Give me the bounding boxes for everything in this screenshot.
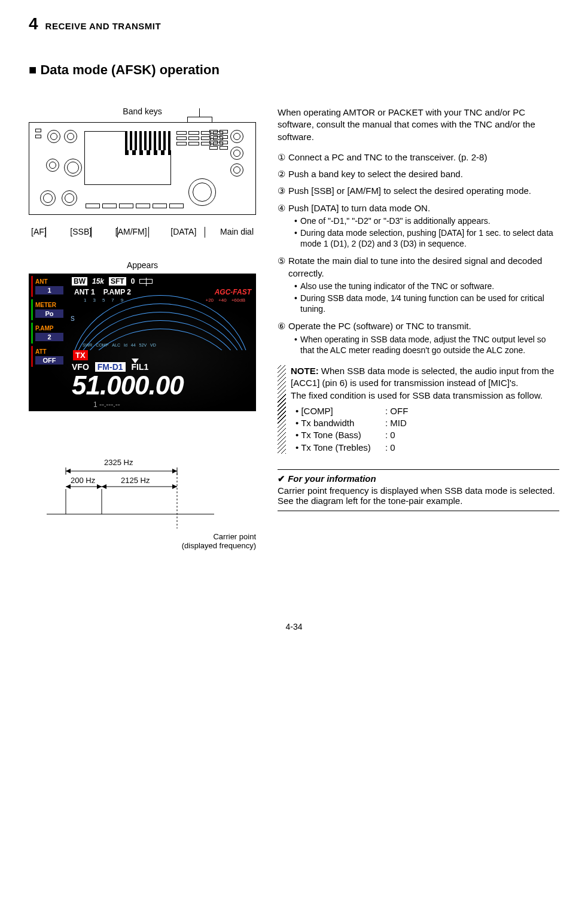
step-4-sub-1: One of "-D1," "-D2" or "-D3" is addition… — [294, 215, 559, 226]
frequency-readout: 51.000.00 — [72, 371, 184, 400]
label-af: [AF] — [31, 227, 47, 236]
svg-marker-8 — [172, 469, 177, 473]
tone-pair-diagram: 2325 Hz 200 Hz 2125 Hz Carrier point (di… — [47, 459, 256, 550]
step-5-sub-1: Also use the tuning indicator of the TNC… — [294, 281, 559, 291]
step-5: ⑤ Rotate the main dial to tune into the … — [278, 255, 559, 315]
lcd-display: ANT 1 METER Po P.AMP 2 ATT OFF BW 15 — [29, 274, 256, 411]
section-title: ■ Data mode (AFSK) operation — [29, 62, 559, 78]
meter-misc: SWR COMP ALC Id 44 52V VD — [83, 343, 156, 347]
note-settings: [COMP]: OFF Tx bandwidth: MID Tx Tone (B… — [291, 405, 559, 454]
meter-arcs — [71, 295, 250, 350]
svg-marker-10 — [66, 484, 71, 489]
info-block: For your information Carrier point frequ… — [278, 469, 559, 511]
note-label: NOTE: — [291, 366, 319, 376]
label-ssb: [SSB] — [70, 227, 92, 236]
s-label: S — [71, 315, 75, 322]
transceiver-diagram — [29, 122, 256, 215]
chip-att: ATT OFF — [31, 346, 66, 367]
tx-badge: TX — [73, 350, 88, 360]
tone-total: 2325 Hz — [104, 458, 133, 467]
chapter-number: 4 — [29, 14, 38, 34]
info-title: For your information — [278, 473, 559, 484]
step-1: ① Connect a PC and TNC to the transceive… — [278, 151, 559, 163]
chip-ant: ANT 1 — [31, 276, 66, 297]
key-pointers: [AF] [SSB] [AM/FM] [DATA] Main dial — [29, 227, 256, 252]
note-block: NOTE: When SSB data mode is selected, th… — [278, 365, 559, 454]
chip-meter: METER Po — [31, 299, 66, 320]
page-number: 4-34 — [29, 622, 559, 631]
step-6-sub-1: When operating in SSB data mode, adjust … — [294, 334, 559, 356]
band-keys-label: Band keys — [29, 107, 256, 116]
svg-marker-7 — [66, 469, 71, 473]
step-4-sub-2: During data mode selection, pushing [DAT… — [294, 227, 559, 249]
right-column: When operating AMTOR or PACKET with your… — [278, 107, 559, 550]
svg-marker-13 — [102, 484, 106, 489]
tone-shift: 200 Hz — [71, 476, 95, 485]
appears-label: Appears — [29, 260, 256, 270]
step-6: ⑥ Operate the PC (software) or TNC to tr… — [278, 320, 559, 357]
step-4: ④ Push [DATA] to turn data mode ON. One … — [278, 202, 559, 251]
note-body-1: When SSB data mode is selected, the audi… — [291, 366, 554, 388]
tone-space: 2125 Hz — [121, 476, 150, 485]
chip-pamp: P.AMP 2 — [31, 323, 66, 344]
step-2: ② Push a band key to select the desired … — [278, 168, 559, 180]
procedure-steps: ① Connect a PC and TNC to the transceive… — [278, 151, 559, 357]
left-column: Band keys — [29, 107, 256, 550]
chapter-title: RECEIVE AND TRANSMIT — [45, 21, 162, 31]
intro-paragraph: When operating AMTOR or PACKET with your… — [278, 107, 559, 143]
label-amfm: [AM/FM] — [115, 227, 147, 236]
tone-caption: Carrier point (displayed frequency) — [47, 532, 256, 550]
label-main-dial: Main dial — [220, 227, 254, 236]
info-line-1: Carrier point frequency is displayed whe… — [278, 485, 559, 496]
sub-band-readout: 1 --.---.-- — [93, 400, 120, 409]
info-line-2: See the diagram left for the tone-pair e… — [278, 496, 559, 506]
svg-marker-11 — [97, 484, 102, 489]
note-body-2: The fixed condition is used for SSB data… — [291, 390, 543, 400]
note-hatching-icon — [278, 365, 286, 454]
step-3: ③ Push [SSB] or [AM/FM] to select the de… — [278, 185, 559, 197]
page-header: 4 RECEIVE AND TRANSMIT — [29, 14, 559, 34]
label-data: [DATA] — [170, 227, 196, 236]
step-5-sub-2: During SSB data mode, 1⁄4 tuning functio… — [294, 293, 559, 314]
top-status: BW 15k SFT 0 — [72, 277, 153, 286]
svg-marker-14 — [172, 484, 177, 489]
